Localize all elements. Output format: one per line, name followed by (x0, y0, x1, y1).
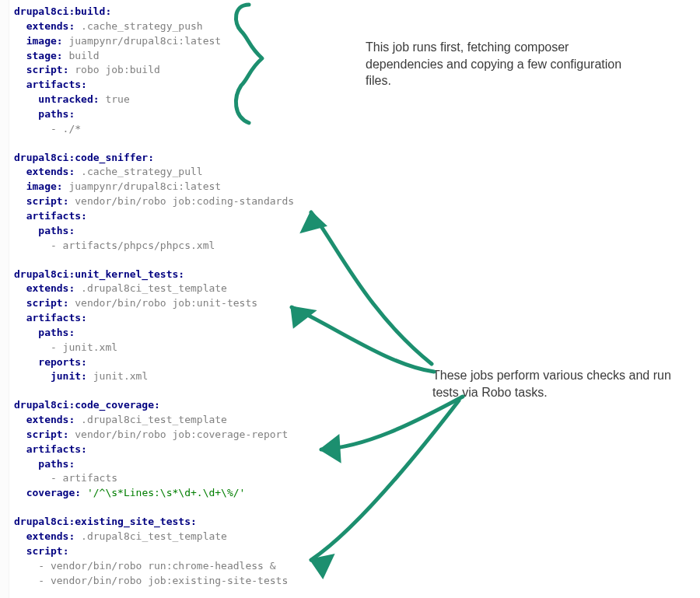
yaml-key-artifacts: artifacts: (14, 209, 334, 224)
yaml-key-extends: extends: .drupal8ci_test_template (14, 282, 334, 296)
yaml-key-script: script: vendor/bin/robo job:coverage-rep… (14, 428, 334, 442)
yaml-key-image: image: juampynr/drupal8ci:latest (14, 34, 334, 49)
yaml-key-jobname: drupal8ci:build: (14, 5, 334, 19)
yaml-key-jobname: drupal8ci:code_sniffer: (14, 151, 334, 166)
yaml-key-paths: paths: (14, 107, 334, 122)
yaml-key-jobname: drupal8ci:code_coverage: (14, 398, 334, 413)
yaml-key-extends: extends: .drupal8ci_test_template (14, 413, 334, 428)
yaml-list-item: - vendor/bin/robo job:existing-site-test… (14, 574, 334, 589)
yaml-list-item: - artifacts/phpcs/phpcs.xml (14, 239, 334, 254)
yaml-list-item: - junit.xml (14, 341, 334, 355)
yaml-key-script: script: (14, 544, 334, 559)
yaml-key-script: script: vendor/bin/robo job:unit-tests (14, 296, 334, 311)
yaml-key-jobname: drupal8ci:existing_site_tests: (14, 515, 334, 530)
yaml-key-script: script: robo job:build (14, 63, 334, 78)
yaml-key-stage: stage: build (14, 49, 334, 64)
yaml-key-extends: extends: .drupal8ci_test_template (14, 530, 334, 544)
yaml-key-artifacts: artifacts: (14, 78, 334, 93)
yaml-key-junit: junit: junit.xml (14, 369, 334, 384)
yaml-key-paths: paths: (14, 224, 334, 239)
yaml-key-coverage: coverage: '/^\s*Lines:\s*\d+.\d+\%/' (14, 486, 334, 501)
annotation-checks-jobs: These jobs perform various checks and ru… (432, 367, 689, 400)
yaml-key-paths: paths: (14, 457, 334, 472)
yaml-key-script: script: vendor/bin/robo job:coding-stand… (14, 194, 334, 209)
yaml-code-pane: drupal8ci:build: extends: .cache_strateg… (0, 0, 334, 593)
yaml-key-image: image: juampynr/drupal8ci:latest (14, 180, 334, 194)
yaml-key-extends: extends: .cache_strategy_push (14, 19, 334, 34)
yaml-key-artifacts: artifacts: (14, 442, 334, 457)
yaml-key-reports: reports: (14, 355, 334, 370)
yaml-key-extends: extends: .cache_strategy_pull (14, 165, 334, 180)
yaml-key-paths: paths: (14, 326, 334, 341)
yaml-list-item: - ./* (14, 122, 334, 137)
yaml-list-item: - vendor/bin/robo run:chrome-headless & (14, 559, 334, 574)
yaml-list-item: - artifacts (14, 471, 334, 486)
annotation-first-job: This job runs first, fetching composer d… (366, 39, 622, 89)
yaml-key-untracked: untracked: true (14, 93, 334, 107)
arrow-icon (321, 397, 463, 449)
yaml-key-jobname: drupal8ci:unit_kernel_tests: (14, 268, 334, 282)
yaml-key-artifacts: artifacts: (14, 311, 334, 326)
